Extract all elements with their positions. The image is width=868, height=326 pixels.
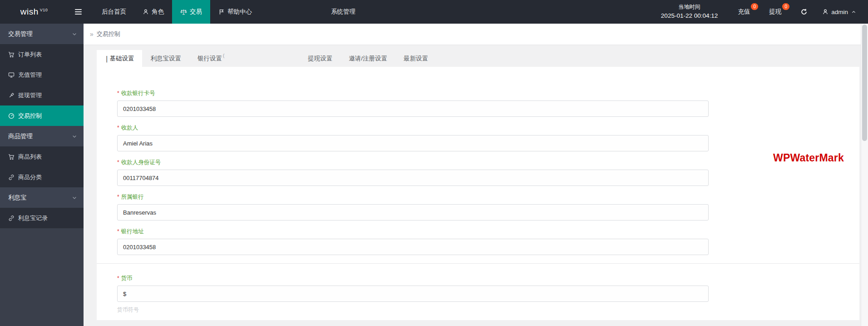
sidebar-item-trade-control[interactable]: 交易控制 [0, 105, 84, 126]
sidebar-item-label: 商品列表 [18, 153, 42, 161]
user-menu[interactable]: admin [822, 9, 856, 15]
tab-bank-settings[interactable]: 银行设置 ( [189, 50, 232, 67]
tab-label: 邀请/注册设置 [349, 55, 387, 63]
nav-label: 角色 [152, 8, 164, 16]
withdraw-badge: 0 [782, 3, 789, 10]
field-label: *收款银行卡号 [117, 90, 859, 97]
tab-latest-settings[interactable]: 最新设置 [395, 50, 436, 67]
field-currency: *货币 货币符号 [117, 275, 859, 314]
sidebar-item-withdraw-management[interactable]: 提现管理 [0, 85, 84, 105]
top-navbar: wishV10 后台首页 角色 交易 帮助中心 系统管理 [0, 0, 868, 24]
nav-item-trade[interactable]: 交易 [172, 0, 210, 24]
field-label: *所属银行 [117, 193, 859, 201]
required-asterisk: * [117, 90, 119, 96]
withdraw-shortcut[interactable]: 提现 0 [769, 8, 788, 16]
field-label: *收款人 [117, 124, 859, 132]
payee-id-number-input[interactable] [117, 170, 709, 186]
brand-logo[interactable]: wishV10 [0, 0, 68, 24]
chevron-up-icon [851, 10, 856, 15]
bank-name-input[interactable] [117, 204, 709, 221]
sidebar-group-label: 交易管理 [8, 30, 33, 38]
gavel-icon [8, 92, 15, 99]
sidebar-item-label: 商品分类 [18, 173, 42, 181]
sidebar-group-trade-management[interactable]: 交易管理 [0, 24, 84, 44]
tab-invite-register-settings[interactable]: 邀请/注册设置 [340, 50, 395, 67]
sidebar-group-lixibao[interactable]: 利息宝 [0, 187, 84, 208]
nav-item-help-center[interactable]: 帮助中心 [210, 0, 260, 24]
link-icon [8, 174, 15, 181]
sidebar-filler [0, 228, 84, 326]
field-bank-address: *银行地址 [117, 228, 859, 255]
tab-lixibao-settings[interactable]: 利息宝设置 [142, 50, 189, 67]
required-asterisk: * [117, 125, 119, 131]
chevron-down-icon [72, 31, 77, 37]
sidebar-item-product-category[interactable]: 商品分类 [0, 167, 84, 187]
sidebar-item-product-list[interactable]: 商品列表 [0, 146, 84, 167]
field-payee-name: *收款人 [117, 124, 859, 151]
withdraw-label: 提现 [769, 8, 781, 15]
tab-bar: | 基础设置 利息宝设置 银行设置 ( 提现设置 邀请/注册设置 最新设置 [97, 50, 859, 67]
nav-label: 帮助中心 [227, 8, 252, 16]
chevron-down-icon [72, 134, 77, 139]
scrollbar-thumb[interactable] [862, 25, 867, 141]
brand-version: V10 [40, 8, 48, 12]
watermark: WPWaterMark [773, 152, 844, 164]
tab-withdraw-settings[interactable]: 提现设置 [300, 50, 340, 67]
username: admin [831, 9, 848, 15]
tab-label: 利息宝设置 [150, 55, 181, 63]
sidebar-group-product-management[interactable]: 商品管理 [0, 126, 84, 146]
sidebar-item-lixibao-records[interactable]: 利息宝记录 [0, 208, 84, 228]
tab-basic-settings[interactable]: | 基础设置 [97, 50, 142, 67]
sidebar-item-label: 提现管理 [18, 91, 42, 100]
required-asterisk: * [117, 194, 119, 200]
field-label: *收款人身份证号 [117, 159, 859, 166]
panel-wrapper: | 基础设置 利息宝设置 银行设置 ( 提现设置 邀请/注册设置 最新设置 [84, 45, 868, 320]
sidebar-item-label: 充值管理 [18, 71, 42, 79]
user-icon [143, 9, 149, 15]
sidebar: 交易管理 订单列表 充值管理 提现管理 交易控制 商品管理 [0, 24, 84, 326]
sidebar-item-label: 订单列表 [18, 50, 42, 59]
brand-text: wish [20, 7, 39, 17]
tab-gap-spacer [232, 50, 300, 67]
nav-item-system-management[interactable]: 系统管理 [323, 0, 364, 24]
settings-form-panel: *收款银行卡号 *收款人 *收款人身份证号 *所属银行 *银行地址 [97, 67, 859, 320]
field-bank-card-number: *收款银行卡号 [117, 90, 859, 117]
currency-help-text: 货币符号 [117, 306, 859, 314]
sidebar-item-label: 交易控制 [18, 112, 42, 120]
required-asterisk: * [117, 159, 119, 166]
field-bank-name: *所属银行 [117, 193, 859, 221]
nav-label: 后台首页 [102, 8, 126, 16]
hamburger-icon [75, 8, 82, 16]
basic-settings-form: *收款银行卡号 *收款人 *收款人身份证号 *所属银行 *银行地址 [117, 90, 859, 314]
currency-input[interactable] [117, 286, 709, 302]
recharge-shortcut[interactable]: 充值 0 [738, 8, 756, 16]
vertical-scrollbar[interactable] [861, 24, 868, 326]
sidebar-item-recharge-management[interactable]: 充值管理 [0, 65, 84, 85]
refresh-icon [800, 8, 808, 15]
sidebar-item-order-list[interactable]: 订单列表 [0, 44, 84, 65]
scales-icon [180, 9, 187, 15]
field-payee-id-number: *收款人身份证号 [117, 159, 859, 186]
text-cursor-artifact: | [105, 55, 108, 62]
bank-tab-mark-artifact: ( [223, 53, 224, 58]
sidebar-item-label: 利息宝记录 [18, 214, 48, 222]
refresh-button[interactable] [800, 8, 808, 15]
sidebar-group-label: 商品管理 [8, 132, 33, 140]
payee-name-input[interactable] [117, 135, 709, 151]
local-time: 当地时间 2025-01-22 00:04:12 [661, 3, 718, 21]
local-time-value: 2025-01-22 00:04:12 [661, 11, 718, 21]
nav-item-roles[interactable]: 角色 [134, 0, 172, 24]
recharge-label: 充值 [738, 8, 750, 15]
nav-item-dashboard[interactable]: 后台首页 [94, 0, 134, 24]
breadcrumb-symbol: » [90, 30, 94, 38]
bank-address-input[interactable] [117, 239, 709, 255]
bank-card-number-input[interactable] [117, 100, 709, 117]
navbar-right: 当地时间 2025-01-22 00:04:12 充值 0 提现 0 admin [661, 0, 868, 24]
tab-label: 提现设置 [308, 55, 332, 63]
sidebar-group-label: 利息宝 [8, 194, 27, 202]
sidebar-toggle-button[interactable] [68, 0, 88, 24]
chevron-down-icon [72, 195, 77, 201]
main-nav: 后台首页 角色 交易 帮助中心 系统管理 [94, 0, 364, 24]
nav-label: 系统管理 [331, 8, 355, 16]
required-asterisk: * [117, 228, 119, 235]
